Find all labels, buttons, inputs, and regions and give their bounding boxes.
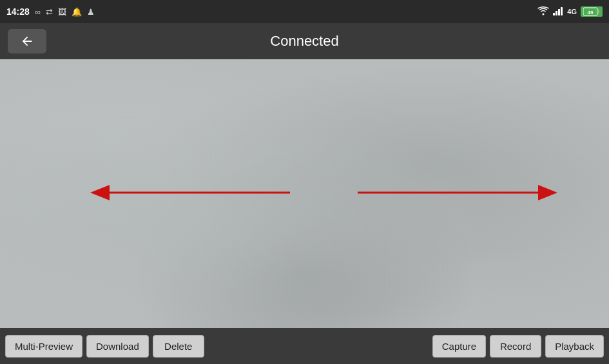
right-button-group: Capture Record Playback (432, 335, 604, 358)
record-button[interactable]: Record (490, 335, 541, 358)
camera-preview (0, 59, 609, 328)
svg-rect-3 (561, 7, 563, 15)
image-icon: 🖼 (58, 7, 66, 17)
left-button-group: Multi-Preview Download Delete (5, 335, 204, 358)
svg-rect-5 (597, 10, 599, 14)
time-display: 14:28 (6, 6, 30, 17)
status-right: 4G 49 (537, 6, 603, 17)
loop-icon: ∞ (35, 7, 41, 17)
person-icon: ♟ (87, 7, 95, 17)
back-button[interactable] (8, 29, 46, 53)
svg-rect-1 (556, 11, 557, 15)
svg-rect-2 (558, 9, 560, 15)
delete-button[interactable]: Delete (153, 335, 204, 358)
notification-icon: 🔔 (72, 7, 82, 17)
right-arrow (358, 180, 557, 208)
svg-marker-10 (538, 185, 557, 200)
status-bar: 14:28 ∞ ⇄ 🖼 🔔 ♟ 4G (0, 0, 609, 23)
svg-text:49: 49 (588, 10, 594, 15)
header-bar: Connected (0, 23, 609, 59)
network-type-label: 4G (567, 8, 577, 15)
wifi-icon (537, 6, 549, 17)
usb-icon: ⇄ (46, 7, 53, 17)
svg-marker-8 (90, 185, 110, 200)
download-button[interactable]: Download (86, 335, 149, 358)
capture-button[interactable]: Capture (432, 335, 486, 358)
page-title: Connected (270, 33, 338, 50)
battery-icon: 49 (581, 6, 603, 17)
playback-button[interactable]: Playback (545, 335, 604, 358)
status-left: 14:28 ∞ ⇄ 🖼 🔔 ♟ (6, 6, 95, 17)
svg-rect-0 (553, 13, 555, 15)
back-arrow-icon (20, 34, 34, 48)
signal-icon (553, 6, 563, 17)
left-arrow (90, 180, 290, 208)
multi-preview-button[interactable]: Multi-Preview (5, 335, 82, 358)
bottom-toolbar: Multi-Preview Download Delete Capture Re… (0, 328, 609, 364)
